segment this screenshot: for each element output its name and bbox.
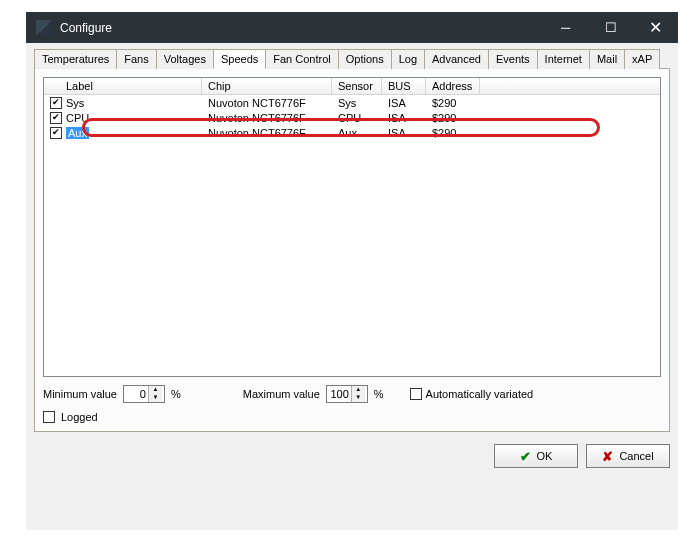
tab-internet[interactable]: Internet [537, 49, 590, 69]
titlebar[interactable]: Configure ─ ☐ ✕ [26, 12, 678, 43]
col-header-sensor[interactable]: Sensor [332, 78, 382, 94]
ok-button[interactable]: ✔ OK [494, 444, 578, 468]
table-row[interactable]: ✔AuxNuvoton NCT6776FAuxISA$290 [44, 125, 660, 140]
col-header-label[interactable]: Label [44, 78, 202, 94]
close-button[interactable]: ✕ [633, 12, 678, 43]
tab-events[interactable]: Events [488, 49, 538, 69]
row-chip: Nuvoton NCT6776F [202, 127, 332, 139]
tab-xap[interactable]: xAP [624, 49, 660, 69]
logged-checkbox[interactable] [43, 411, 55, 423]
row-address: $290 [426, 112, 480, 124]
table-row[interactable]: ✔CPUNuvoton NCT6776FCPUISA$290 [44, 110, 660, 125]
row-label: Sys [66, 97, 84, 109]
row-sensor: CPU [332, 112, 382, 124]
percent-label: % [374, 388, 384, 400]
spin-up-icon[interactable]: ▲ [352, 386, 365, 394]
tab-log[interactable]: Log [391, 49, 425, 69]
col-header-chip[interactable]: Chip [202, 78, 332, 94]
tab-voltages[interactable]: Voltages [156, 49, 214, 69]
tab-fan-control[interactable]: Fan Control [265, 49, 338, 69]
minimum-input[interactable] [124, 388, 148, 400]
maximize-button[interactable]: ☐ [588, 12, 633, 43]
tab-bar: TemperaturesFansVoltagesSpeedsFan Contro… [34, 49, 670, 69]
spin-down-icon[interactable]: ▼ [352, 394, 365, 402]
check-icon: ✔ [520, 449, 531, 464]
maximum-label: Maximum value [243, 388, 320, 400]
row-checkbox[interactable]: ✔ [50, 127, 62, 139]
row-label: CPU [66, 112, 89, 124]
tab-body: Label Chip Sensor BUS Address ✔SysNuvoto… [34, 69, 670, 432]
table-header: Label Chip Sensor BUS Address [44, 78, 660, 95]
auto-checkbox[interactable] [410, 388, 422, 400]
tab-advanced[interactable]: Advanced [424, 49, 489, 69]
row-address: $290 [426, 127, 480, 139]
cancel-button[interactable]: ✘ Cancel [586, 444, 670, 468]
row-bus: ISA [382, 127, 426, 139]
window: Configure ─ ☐ ✕ TemperaturesFansVoltages… [26, 12, 678, 530]
row-address: $290 [426, 97, 480, 109]
table-body: ✔SysNuvoton NCT6776FSysISA$290✔CPUNuvoto… [44, 95, 660, 140]
logged-label: Logged [61, 411, 98, 423]
row-chip: Nuvoton NCT6776F [202, 112, 332, 124]
row-chip: Nuvoton NCT6776F [202, 97, 332, 109]
col-header-bus[interactable]: BUS [382, 78, 426, 94]
col-header-address[interactable]: Address [426, 78, 480, 94]
spin-up-icon[interactable]: ▲ [149, 386, 162, 394]
tab-fans[interactable]: Fans [116, 49, 156, 69]
row-bus: ISA [382, 97, 426, 109]
minimum-label: Minimum value [43, 388, 117, 400]
minimum-spinner[interactable]: ▲▼ [123, 385, 165, 403]
client-area: TemperaturesFansVoltagesSpeedsFan Contro… [26, 43, 678, 530]
tab-options[interactable]: Options [338, 49, 392, 69]
row-bus: ISA [382, 112, 426, 124]
lower-controls: Minimum value ▲▼ % Maximum value ▲▼ % [43, 385, 661, 423]
row-label: Aux [66, 127, 89, 139]
auto-label: Automatically variated [426, 388, 534, 400]
percent-label: % [171, 388, 181, 400]
tab-mail[interactable]: Mail [589, 49, 625, 69]
speeds-table: Label Chip Sensor BUS Address ✔SysNuvoto… [43, 77, 661, 377]
maximum-spinner[interactable]: ▲▼ [326, 385, 368, 403]
row-sensor: Aux [332, 127, 382, 139]
dialog-buttons: ✔ OK ✘ Cancel [34, 440, 670, 468]
row-checkbox[interactable]: ✔ [50, 97, 62, 109]
row-sensor: Sys [332, 97, 382, 109]
cross-icon: ✘ [602, 449, 613, 464]
maximum-input[interactable] [327, 388, 351, 400]
tab-speeds[interactable]: Speeds [213, 49, 266, 69]
row-checkbox[interactable]: ✔ [50, 112, 62, 124]
tab-temperatures[interactable]: Temperatures [34, 49, 117, 69]
spin-down-icon[interactable]: ▼ [149, 394, 162, 402]
app-icon [36, 20, 52, 36]
minimize-button[interactable]: ─ [543, 12, 588, 43]
window-title: Configure [60, 21, 543, 35]
table-row[interactable]: ✔SysNuvoton NCT6776FSysISA$290 [44, 95, 660, 110]
